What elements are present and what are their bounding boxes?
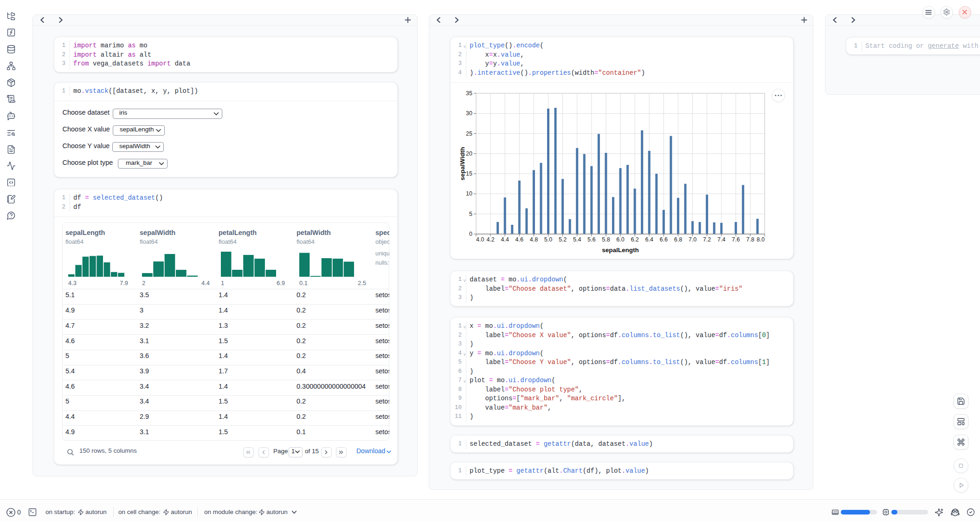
svg-text:5.4: 5.4	[573, 236, 581, 243]
svg-text:6.6: 6.6	[660, 236, 668, 243]
svg-text:20: 20	[466, 150, 472, 157]
svg-text:4.2: 4.2	[486, 236, 494, 243]
svg-text:6.8: 6.8	[674, 236, 682, 243]
svg-text:0: 0	[469, 231, 472, 237]
svg-text:7.8: 7.8	[746, 236, 754, 243]
svg-text:sepalWidth: sepalWidth	[459, 147, 466, 181]
svg-text:6.2: 6.2	[631, 236, 638, 243]
svg-text:4.0: 4.0	[476, 236, 484, 243]
svg-text:7.4: 7.4	[717, 236, 725, 243]
svg-text:sepalLength: sepalLength	[602, 247, 639, 254]
svg-text:6.0: 6.0	[616, 236, 624, 243]
svg-text:5.2: 5.2	[559, 236, 567, 243]
svg-text:10: 10	[466, 190, 472, 197]
svg-text:5.6: 5.6	[587, 236, 595, 243]
svg-text:5: 5	[469, 211, 472, 217]
svg-text:15: 15	[466, 170, 472, 177]
svg-text:6.4: 6.4	[645, 236, 653, 243]
svg-text:5.8: 5.8	[602, 236, 610, 243]
svg-text:4.4: 4.4	[501, 236, 509, 243]
svg-text:5.0: 5.0	[544, 236, 552, 243]
svg-text:8.0: 8.0	[757, 236, 765, 243]
svg-text:7.2: 7.2	[703, 236, 711, 243]
svg-text:7.6: 7.6	[732, 236, 740, 243]
svg-text:25: 25	[466, 130, 472, 137]
svg-text:7.0: 7.0	[689, 236, 696, 243]
svg-text:35: 35	[466, 90, 472, 97]
svg-text:4.6: 4.6	[516, 236, 523, 243]
svg-text:30: 30	[466, 110, 472, 117]
svg-text:4.8: 4.8	[530, 236, 538, 243]
